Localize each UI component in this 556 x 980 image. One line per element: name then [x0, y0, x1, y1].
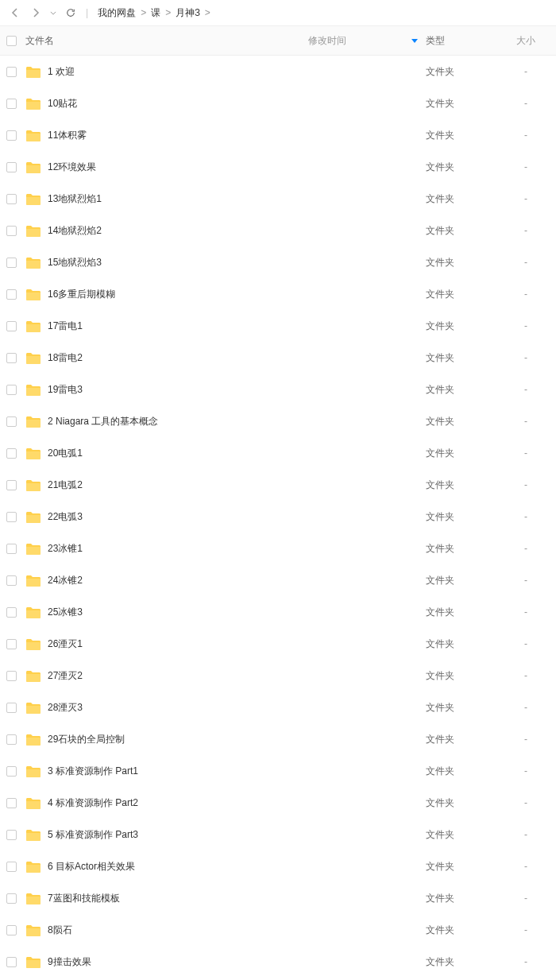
- cell-type: 文件夹: [426, 97, 502, 110]
- breadcrumb-item[interactable]: 我的网盘: [98, 6, 136, 20]
- row-checkbox[interactable]: [6, 226, 17, 236]
- table-row[interactable]: 10贴花文件夹-: [0, 87, 556, 119]
- table-row[interactable]: 28湮灭3文件夹-: [0, 691, 556, 723]
- row-checkbox[interactable]: [6, 416, 17, 427]
- table-row[interactable]: 8陨石文件夹-: [0, 914, 556, 946]
- table-row[interactable]: 16多重后期模糊文件夹-: [0, 278, 556, 310]
- row-checkbox[interactable]: [6, 130, 17, 141]
- row-checkbox[interactable]: [6, 99, 17, 109]
- table-row[interactable]: 17雷电1文件夹-: [0, 310, 556, 342]
- table-row[interactable]: 11体积雾文件夹-: [0, 119, 556, 151]
- row-checkbox[interactable]: [6, 512, 17, 522]
- folder-icon: [25, 733, 41, 746]
- table-row[interactable]: 19雷电3文件夹-: [0, 374, 556, 405]
- table-row[interactable]: 18雷电2文件夹-: [0, 342, 556, 374]
- row-checkbox[interactable]: [6, 607, 17, 618]
- table-row[interactable]: 26湮灭1文件夹-: [0, 628, 556, 660]
- table-row[interactable]: 25冰锥3文件夹-: [0, 596, 556, 628]
- sort-descending-icon: [411, 39, 418, 43]
- row-checkbox[interactable]: [6, 957, 17, 967]
- cell-type: 文件夹: [426, 860, 502, 873]
- header-size[interactable]: 大小: [502, 34, 550, 48]
- header-mtime[interactable]: 修改时间: [308, 34, 426, 48]
- row-checkbox[interactable]: [6, 893, 17, 904]
- row-checkbox[interactable]: [6, 734, 17, 745]
- table-row[interactable]: 5 标准资源制作 Part3文件夹-: [0, 819, 556, 850]
- table-row[interactable]: 3 标准资源制作 Part1文件夹-: [0, 755, 556, 787]
- nav-forward-button[interactable]: [27, 4, 44, 21]
- table-row[interactable]: 14地狱烈焰2文件夹-: [0, 215, 556, 246]
- cell-size: -: [502, 924, 550, 935]
- table-row[interactable]: 29石块的全局控制文件夹-: [0, 723, 556, 755]
- row-checkbox[interactable]: [6, 289, 17, 300]
- table-row[interactable]: 21电弧2文件夹-: [0, 469, 556, 501]
- breadcrumb-item[interactable]: 月神3: [176, 6, 200, 20]
- cell-size: -: [502, 479, 550, 490]
- folder-icon: [25, 192, 41, 205]
- cell-type: 文件夹: [426, 129, 502, 142]
- row-checkbox[interactable]: [6, 194, 17, 204]
- table-row[interactable]: 4 标准资源制作 Part2文件夹-: [0, 787, 556, 819]
- refresh-button[interactable]: [62, 4, 79, 21]
- table-row[interactable]: 7蓝图和技能模板文件夹-: [0, 882, 556, 914]
- cell-type: 文件夹: [426, 796, 502, 810]
- folder-icon: [25, 765, 41, 777]
- row-checkbox[interactable]: [6, 448, 17, 459]
- table-row[interactable]: 1 欢迎文件夹-: [0, 56, 556, 87]
- folder-icon: [25, 796, 41, 809]
- row-checkbox[interactable]: [6, 353, 17, 363]
- folder-icon: [25, 542, 41, 555]
- folder-icon: [25, 351, 41, 364]
- table-row[interactable]: 12环境效果文件夹-: [0, 151, 556, 183]
- table-row[interactable]: 20电弧1文件夹-: [0, 437, 556, 469]
- row-checkbox[interactable]: [6, 575, 17, 586]
- header-name[interactable]: 文件名: [25, 34, 308, 48]
- row-checkbox[interactable]: [6, 671, 17, 681]
- folder-icon: [25, 510, 41, 523]
- breadcrumb-item[interactable]: 课: [151, 6, 160, 20]
- folder-icon: [25, 129, 41, 141]
- row-checkbox[interactable]: [6, 385, 17, 395]
- row-checkbox[interactable]: [6, 639, 17, 649]
- row-checkbox[interactable]: [6, 830, 17, 840]
- file-name: 5 标准资源制作 Part3: [48, 828, 138, 842]
- header-type[interactable]: 类型: [426, 34, 502, 48]
- row-checkbox[interactable]: [6, 258, 17, 268]
- file-name: 12环境效果: [48, 161, 96, 174]
- cell-size: -: [502, 161, 550, 172]
- cell-size: -: [502, 384, 550, 395]
- cell-size: -: [502, 66, 550, 77]
- table-row[interactable]: 15地狱烈焰3文件夹-: [0, 246, 556, 278]
- select-all-checkbox[interactable]: [6, 36, 17, 46]
- row-checkbox[interactable]: [6, 766, 17, 777]
- chevron-right-icon: >: [205, 7, 210, 18]
- nav-back-button[interactable]: [6, 4, 24, 21]
- table-row[interactable]: 6 目标Actor相关效果文件夹-: [0, 850, 556, 882]
- nav-dropdown-button[interactable]: [48, 4, 59, 21]
- table-row[interactable]: 13地狱烈焰1文件夹-: [0, 183, 556, 215]
- file-name: 28湮灭3: [48, 701, 83, 715]
- cell-size: -: [502, 447, 550, 459]
- file-name: 19雷电3: [48, 383, 83, 397]
- cell-type: 文件夹: [426, 637, 502, 651]
- row-checkbox[interactable]: [6, 798, 17, 808]
- row-checkbox[interactable]: [6, 480, 17, 490]
- row-checkbox[interactable]: [6, 321, 17, 331]
- table-row[interactable]: 9撞击效果文件夹-: [0, 946, 556, 978]
- table-row[interactable]: 23冰锥1文件夹-: [0, 533, 556, 564]
- row-checkbox[interactable]: [6, 862, 17, 872]
- table-row[interactable]: 22电弧3文件夹-: [0, 501, 556, 533]
- row-checkbox[interactable]: [6, 162, 17, 172]
- table-row[interactable]: 2 Niagara 工具的基本概念文件夹-: [0, 405, 556, 437]
- row-checkbox[interactable]: [6, 544, 17, 554]
- file-name: 7蓝图和技能模板: [48, 892, 120, 905]
- row-checkbox[interactable]: [6, 925, 17, 935]
- cell-type: 文件夹: [426, 320, 502, 333]
- table-row[interactable]: 24冰锥2文件夹-: [0, 564, 556, 596]
- file-name: 4 标准资源制作 Part2: [48, 796, 138, 810]
- file-name: 17雷电1: [48, 320, 83, 333]
- file-name: 1 欢迎: [48, 65, 75, 79]
- row-checkbox[interactable]: [6, 703, 17, 713]
- row-checkbox[interactable]: [6, 67, 17, 77]
- table-row[interactable]: 27湮灭2文件夹-: [0, 660, 556, 691]
